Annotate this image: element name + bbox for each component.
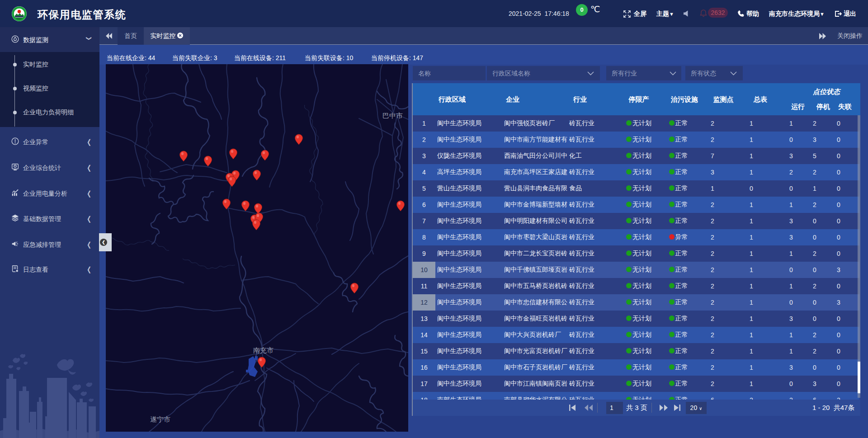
svg-text:巴中市: 巴中市 <box>382 112 403 119</box>
svg-text:南充市: 南充市 <box>253 346 274 354</box>
svg-text:遂宁市: 遂宁市 <box>150 415 170 423</box>
